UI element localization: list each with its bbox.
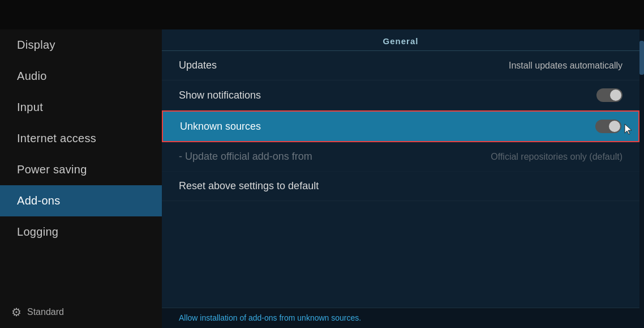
gear-icon: ⚙ — [11, 305, 22, 319]
setting-value-update-addons: Official repositories only (default) — [491, 152, 622, 162]
content-area: General Updates Install updates automati… — [162, 29, 639, 328]
header — [0, 0, 644, 29]
setting-row-unknown-sources[interactable]: Unknown sources — [162, 110, 639, 142]
sidebar-item-add-ons[interactable]: Add-ons — [0, 185, 162, 216]
main-layout: Display Audio Input Internet access Powe… — [0, 29, 644, 328]
content-scroll[interactable]: General Updates Install updates automati… — [162, 29, 639, 308]
sidebar-item-power-saving[interactable]: Power saving — [0, 154, 162, 185]
setting-row-updates[interactable]: Updates Install updates automatically — [162, 51, 639, 80]
sidebar: Display Audio Input Internet access Powe… — [0, 29, 162, 328]
sidebar-item-logging[interactable]: Logging — [0, 216, 162, 248]
setting-label-reset: Reset above settings to default — [179, 180, 319, 192]
standard-label: Standard — [27, 307, 64, 317]
setting-label-show-notifications: Show notifications — [179, 90, 261, 101]
setting-row-reset[interactable]: Reset above settings to default — [162, 172, 639, 201]
status-bar: Allow installation of add-ons from unkno… — [162, 308, 639, 328]
scroll-thumb — [639, 41, 644, 75]
setting-label-updates: Updates — [179, 59, 217, 71]
toggle-unknown-sources[interactable] — [595, 120, 621, 133]
setting-label-update-addons: - Update official add-ons from — [179, 151, 312, 163]
scroll-indicator[interactable] — [639, 29, 644, 328]
setting-row-update-addons[interactable]: - Update official add-ons from Official … — [162, 142, 639, 172]
setting-row-show-notifications[interactable]: Show notifications — [162, 80, 639, 110]
sidebar-item-audio[interactable]: Audio — [0, 61, 162, 92]
setting-label-unknown-sources: Unknown sources — [180, 121, 261, 133]
section-title: General — [162, 29, 639, 51]
cursor-icon — [624, 123, 634, 135]
sidebar-item-display[interactable]: Display — [0, 29, 162, 61]
sidebar-footer: ⚙Standard — [0, 296, 162, 328]
status-text: Allow installation of add-ons from unkno… — [179, 313, 361, 322]
sidebar-item-input[interactable]: Input — [0, 92, 162, 123]
setting-value-updates: Install updates automatically — [509, 61, 622, 71]
toggle-show-notifications[interactable] — [596, 88, 622, 102]
sidebar-item-internet-access[interactable]: Internet access — [0, 123, 162, 154]
